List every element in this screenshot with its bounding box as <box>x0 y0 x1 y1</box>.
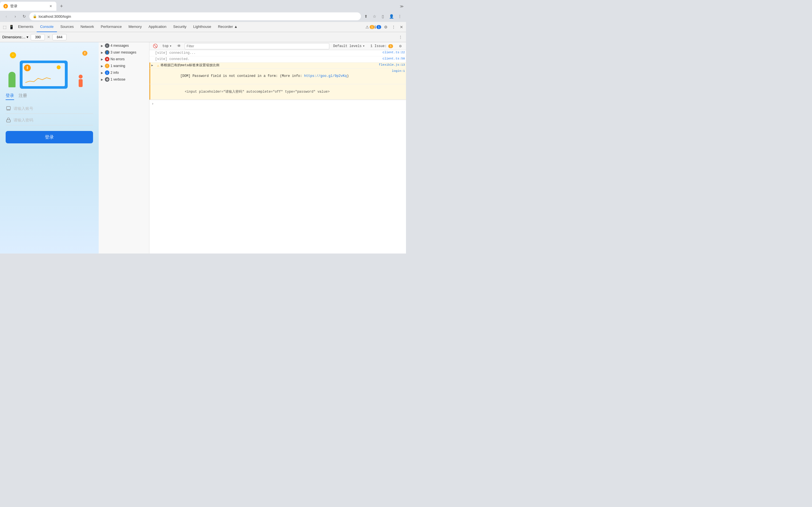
log-levels-label: Default levels <box>333 44 362 48</box>
tree-illustration <box>8 72 15 87</box>
sidebar-item-no-errors[interactable]: ▶ ✕ No errors <box>99 56 149 62</box>
bookmark-button[interactable]: ☆ <box>370 12 378 20</box>
small-coin-icon <box>57 65 61 69</box>
devtools-action-icons: ⚠ 1 ℹ 1 ⚙ ⋮ ✕ <box>366 24 405 31</box>
warning-icon: ! <box>105 64 109 68</box>
user-messages-icon: 👤 <box>105 50 109 55</box>
dimensions-selector[interactable]: Dimensions:... ▾ <box>2 35 29 39</box>
password-input[interactable] <box>13 118 93 122</box>
warning-label: 1 warning <box>110 64 125 68</box>
tab-lighthouse[interactable]: Lighthouse <box>190 22 214 32</box>
console-prompt-icon: › <box>152 102 154 106</box>
tab-security[interactable]: Security <box>170 22 190 32</box>
url-bar[interactable]: 🔒 localhost:3000/login <box>29 12 361 20</box>
close-devtools-button[interactable]: ✕ <box>398 24 405 31</box>
tab-elements[interactable]: Elements <box>15 22 37 32</box>
floating-coin-2-icon: + <box>10 52 16 58</box>
log-source-dom-warning[interactable]: login:1 <box>390 69 405 73</box>
new-tab-button[interactable]: + <box>57 2 65 10</box>
main-layout: ₿ ₿ + 登录 注册 <box>0 42 406 253</box>
log-source-meta-warning[interactable]: flexible.js:13 <box>377 63 405 66</box>
expand-icon: ▶ <box>101 44 104 47</box>
address-bar: ‹ › ↻ 🔒 localhost:3000/login ⬆ ☆ ▯ 👤 ⋮ <box>0 11 406 22</box>
dimension-bar: Dimensions:... ▾ ✕ ⋮ <box>0 32 406 42</box>
dom-warning-link[interactable]: https://goo.gl/9p2vKq <box>304 74 347 78</box>
tab-console[interactable]: Console <box>37 22 57 32</box>
tab-close-button[interactable]: ✕ <box>49 4 53 8</box>
login-tab-register[interactable]: 注册 <box>18 93 27 100</box>
user-messages-label: 3 user messages <box>110 50 136 54</box>
devtools-info-badge[interactable]: ℹ 1 <box>374 24 381 31</box>
sidebar-item-verbose[interactable]: ▶ ⚙ 1 verbose <box>99 76 149 83</box>
sidebar-item-user-messages[interactable]: ▶ 👤 3 user messages <box>99 49 149 56</box>
username-input[interactable] <box>13 106 93 111</box>
issues-count-badge: 1 <box>388 44 393 48</box>
log-text-input-detail: <input placeholder="请输入密码" autocomplete=… <box>156 85 405 99</box>
context-label: top <box>162 44 168 48</box>
more-options-button[interactable]: ⋮ <box>390 24 397 31</box>
user-icon <box>6 106 11 111</box>
log-source-vite-connecting[interactable]: client.ts:22 <box>380 51 405 54</box>
login-tab-login[interactable]: 登录 <box>6 93 14 100</box>
inspect-button[interactable]: ⬚ <box>1 24 8 31</box>
log-line-vite-connected: [vite] connected. client.ts:58 <box>149 56 406 62</box>
settings-button[interactable]: ⚙ <box>382 24 389 31</box>
more-options-dim-button[interactable]: ⋮ <box>397 34 404 41</box>
issues-button[interactable]: 1 Issue: 1 <box>369 44 395 49</box>
login-submit-button[interactable]: 登录 <box>6 131 93 144</box>
tab-strip-end: ≫ <box>400 4 406 8</box>
log-expand-icon[interactable]: ▶ <box>151 64 156 67</box>
sidebar-item-warning[interactable]: ▶ ! 1 warning <box>99 62 149 69</box>
console-log-area: [vite] connecting... client.ts:22 [vite]… <box>149 50 406 100</box>
console-filter-input[interactable] <box>185 43 329 49</box>
share-button[interactable]: ⬆ <box>362 12 370 20</box>
tab-sources[interactable]: Sources <box>57 22 77 32</box>
chart-svg <box>26 75 54 84</box>
back-button[interactable]: ‹ <box>2 12 10 20</box>
expand-icon: ▶ <box>101 51 104 54</box>
person-illustration <box>78 75 83 89</box>
profile-button[interactable]: 👤 <box>388 12 395 20</box>
menu-button[interactable]: ⋮ <box>396 12 404 20</box>
tab-favicon: ₿ <box>3 4 8 8</box>
devtools-tab-bar: ⬚ 📱 Elements Console Sources Network Per… <box>0 22 406 32</box>
tab-recorder[interactable]: Recorder ▲ <box>214 22 241 32</box>
floating-coin-icon: ₿ <box>82 51 87 56</box>
tab-network[interactable]: Network <box>77 22 98 32</box>
reload-button[interactable]: ↻ <box>20 12 28 20</box>
browser-tab-active[interactable]: ₿ 登录 ✕ <box>0 2 56 11</box>
security-lock-icon: 🔒 <box>33 14 37 18</box>
tab-performance[interactable]: Performance <box>97 22 125 32</box>
height-input[interactable] <box>52 34 66 40</box>
issues-settings-button[interactable]: ⚙ <box>397 43 404 50</box>
console-input-field[interactable] <box>155 102 404 106</box>
tab-memory[interactable]: Memory <box>125 22 145 32</box>
login-illustration: ₿ ₿ + <box>6 48 93 90</box>
sidebar-item-info[interactable]: ▶ i 2 info <box>99 69 149 76</box>
lock-icon <box>6 117 11 123</box>
log-levels-selector[interactable]: Default levels ▾ <box>332 43 366 49</box>
devtools-warning-badge[interactable]: ⚠ 1 <box>366 24 373 31</box>
split-button[interactable]: ▯ <box>379 12 387 20</box>
verbose-icon: ⚙ <box>105 77 109 82</box>
device-toggle-button[interactable]: 📱 <box>8 24 15 31</box>
forward-button[interactable]: › <box>11 12 19 20</box>
tab-application[interactable]: Application <box>145 22 170 32</box>
messages-icon: ≡ <box>105 43 109 48</box>
address-actions: ⬆ ☆ ▯ 👤 ⋮ <box>362 12 404 20</box>
log-text-dom-warning: [DOM] Password field is not contained in… <box>156 69 390 83</box>
expand-icon: ▶ <box>101 71 104 74</box>
sidebar-item-all-messages[interactable]: ▶ ≡ 4 messages <box>99 42 149 49</box>
eye-button[interactable]: 👁 <box>175 43 183 50</box>
width-input[interactable] <box>31 34 45 40</box>
dimension-separator: ✕ <box>47 35 50 39</box>
console-input-row: › <box>149 100 406 108</box>
expand-icon: ▶ <box>101 58 104 61</box>
context-selector[interactable]: top ▾ <box>161 43 173 49</box>
tab-bar: ₿ 登录 ✕ + ≫ <box>0 0 406 11</box>
browser-chrome: ₿ 登录 ✕ + ≫ ‹ › ↻ 🔒 localhost:3000/login … <box>0 0 406 42</box>
messages-label: 4 messages <box>110 44 129 48</box>
log-line-vite-connecting: [vite] connecting... client.ts:22 <box>149 50 406 56</box>
log-source-vite-connected[interactable]: client.ts:58 <box>380 57 405 60</box>
clear-console-button[interactable]: 🚫 <box>152 43 158 50</box>
